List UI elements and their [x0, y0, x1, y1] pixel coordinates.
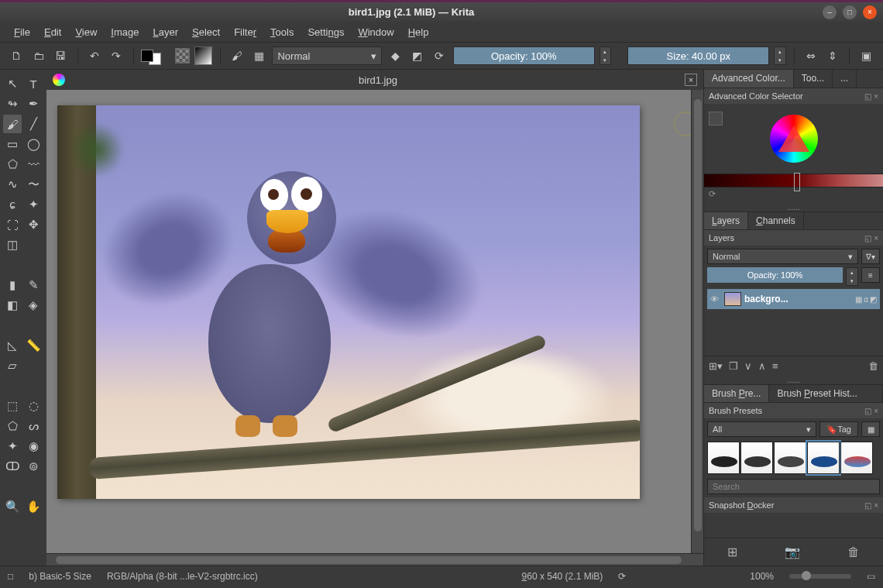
tab-channels[interactable]: Channels: [748, 212, 804, 229]
size-spinner[interactable]: ▴▾: [774, 46, 785, 65]
menu-file[interactable]: File: [8, 24, 36, 40]
bezier-select-tool[interactable]: ↀ: [3, 457, 22, 476]
layer-down-button[interactable]: ∨: [744, 360, 752, 372]
menu-help[interactable]: Help: [402, 24, 435, 40]
open-file-button[interactable]: 🗀: [30, 46, 48, 65]
gradient-swatch[interactable]: [194, 46, 212, 65]
undo-button[interactable]: ↶: [85, 46, 103, 65]
gradient-tool[interactable]: ◧: [3, 296, 22, 315]
brush-preset-2[interactable]: [740, 442, 773, 474]
menu-image[interactable]: Image: [105, 24, 145, 40]
color-picker-tool[interactable]: ✎: [24, 276, 43, 294]
alpha-lock-button[interactable]: ◩: [409, 46, 427, 65]
dock-float-icon[interactable]: ◱: [864, 92, 871, 101]
menu-window[interactable]: Window: [352, 24, 400, 40]
rectangle-tool[interactable]: ▭: [3, 135, 22, 153]
layer-background[interactable]: 👁 backgro... ▦α◩: [707, 289, 880, 309]
freehand-select-tool[interactable]: ↬: [3, 95, 22, 113]
pattern-edit-tool[interactable]: ◈: [24, 296, 43, 315]
menu-layer[interactable]: Layer: [146, 24, 184, 40]
menu-filter[interactable]: Filter: [228, 24, 263, 40]
zoom-tool[interactable]: 🔍: [3, 497, 22, 516]
status-rotate-icon[interactable]: ⟳: [618, 571, 626, 582]
mirror-vertical-button[interactable]: ⇕: [824, 46, 842, 65]
color-selector-wheel[interactable]: [704, 104, 883, 174]
new-file-button[interactable]: 🗋: [8, 46, 26, 65]
tab-advanced-color[interactable]: Advanced Color...: [704, 70, 794, 88]
vertical-scrollbar[interactable]: [691, 90, 703, 553]
layer-inherit-icon[interactable]: ◩: [870, 295, 877, 304]
eraser-mode-button[interactable]: ◆: [387, 46, 404, 65]
brush-tag-button[interactable]: 🔖 Tag: [819, 421, 858, 437]
polygon-tool[interactable]: ⬠: [3, 155, 22, 174]
ellipse-tool[interactable]: ◯: [24, 135, 43, 153]
brush-preset-1[interactable]: [707, 442, 740, 474]
assistant-tool[interactable]: ◺: [3, 336, 22, 355]
layer-up-button[interactable]: ∧: [758, 360, 766, 372]
layer-blend-mode-select[interactable]: Normal▾: [707, 249, 858, 264]
redo-button[interactable]: ↷: [108, 46, 125, 65]
freehand-path-tool[interactable]: 〜: [24, 175, 43, 194]
snapshot-add-button[interactable]: ⊞: [727, 545, 737, 559]
tab-more[interactable]: ...: [833, 70, 857, 88]
status-zoom-value[interactable]: 100%: [750, 571, 774, 582]
brush-filter-select[interactable]: All▾: [707, 421, 816, 437]
brush-preset-4-selected[interactable]: [807, 442, 840, 474]
brush-preset-button[interactable]: 🖌: [228, 46, 246, 65]
measure-tool[interactable]: 📏: [24, 336, 43, 355]
bezier-tool[interactable]: ∿: [3, 175, 22, 194]
menu-select[interactable]: Select: [186, 24, 226, 40]
polyline-tool[interactable]: 〰: [24, 155, 43, 174]
layer-filter-button[interactable]: ∇▾: [861, 249, 880, 264]
fill-tool[interactable]: ▮: [3, 276, 22, 294]
fg-bg-color-swatches[interactable]: [141, 46, 170, 65]
document-tab-name[interactable]: bird1.jpg: [71, 74, 685, 86]
layer-opacity-slider[interactable]: Opacity: 100%: [707, 267, 843, 283]
pan-tool[interactable]: ✋: [24, 497, 43, 516]
workspace-button[interactable]: ▣: [857, 46, 875, 65]
multibrush-tool[interactable]: ✦: [24, 195, 43, 214]
horizontal-scrollbar[interactable]: [46, 553, 703, 566]
color-history-strip[interactable]: [704, 174, 883, 187]
line-tool[interactable]: ╱: [24, 115, 43, 133]
zoom-slider[interactable]: [789, 574, 851, 579]
polygon-select-tool[interactable]: ⬠: [3, 417, 22, 435]
crop-tool[interactable]: ⛶: [3, 215, 22, 234]
menu-view[interactable]: View: [69, 24, 103, 40]
opacity-slider[interactable]: Opacity: 100%: [453, 46, 595, 65]
contiguous-select-tool[interactable]: ✦: [3, 437, 22, 456]
tab-tool-options[interactable]: Too...: [794, 70, 833, 88]
layer-opacity-spinner[interactable]: ▴▾: [846, 267, 858, 286]
snapshot-camera-button[interactable]: 📷: [785, 545, 800, 559]
brush-tool[interactable]: 🖌: [3, 115, 22, 133]
freehand-select2-tool[interactable]: ᔕ: [24, 417, 43, 435]
menu-tools[interactable]: Tools: [264, 24, 300, 40]
similar-select-tool[interactable]: ◉: [24, 437, 43, 456]
move-layer-tool[interactable]: ✥: [24, 215, 43, 234]
blend-mode-select[interactable]: Normal▾: [272, 46, 382, 65]
menu-edit[interactable]: Edit: [38, 24, 67, 40]
move-tool[interactable]: ↖: [3, 74, 22, 93]
color-reload-icon[interactable]: ⟳: [709, 189, 716, 198]
reload-preset-button[interactable]: ⟳: [431, 46, 448, 65]
tab-brush-presets[interactable]: Brush Pre...: [704, 385, 769, 402]
dock-close-icon[interactable]: ×: [874, 92, 878, 101]
menu-settings[interactable]: Settings: [301, 24, 350, 40]
pattern-swatch[interactable]: [175, 48, 190, 64]
rect-select-tool[interactable]: ⬚: [3, 397, 22, 415]
zoom-fit-button[interactable]: ▭: [867, 571, 875, 582]
document-tab-close[interactable]: ×: [685, 74, 697, 86]
canvas-image[interactable]: [57, 105, 640, 499]
brush-search-input[interactable]: Search: [707, 479, 880, 494]
tab-layers[interactable]: Layers: [704, 212, 748, 229]
delete-layer-button[interactable]: 🗑: [868, 360, 878, 372]
layer-properties-button[interactable]: ≡: [772, 360, 778, 372]
edit-shapes-tool[interactable]: ✒: [24, 95, 43, 113]
close-button[interactable]: ×: [863, 5, 877, 19]
selection-indicator-icon[interactable]: □: [8, 571, 13, 582]
color-selector-config-icon[interactable]: [709, 112, 723, 126]
layer-lock-icon[interactable]: ▦: [855, 295, 862, 304]
brush-storage-button[interactable]: ▦: [861, 421, 880, 437]
ellipse-select-tool[interactable]: ◌: [24, 397, 43, 415]
save-button[interactable]: 🖫: [52, 46, 70, 65]
